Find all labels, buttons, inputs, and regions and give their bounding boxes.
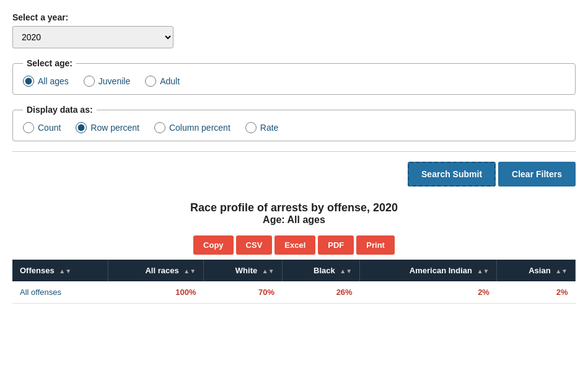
cell-asian: 2% bbox=[497, 281, 576, 304]
display-radio-column-percent[interactable] bbox=[154, 122, 165, 133]
copy-button[interactable]: Copy bbox=[193, 235, 234, 255]
export-row: Copy CSV Excel PDF Print bbox=[12, 235, 576, 255]
report-title-line2: Age: All ages bbox=[12, 214, 576, 226]
sort-american-indian-icon[interactable]: ▲▼ bbox=[477, 268, 489, 275]
age-option-all-ages[interactable]: All ages bbox=[23, 76, 69, 87]
age-radio-all-ages[interactable] bbox=[23, 76, 34, 87]
col-header-offenses[interactable]: Offenses ▲▼ bbox=[12, 260, 108, 281]
clear-filters-button[interactable]: Clear Filters bbox=[498, 162, 576, 187]
display-label-row-percent: Row percent bbox=[90, 123, 139, 133]
excel-button[interactable]: Excel bbox=[274, 235, 315, 255]
data-table: Offenses ▲▼ All races ▲▼ White ▲▼ Black … bbox=[12, 260, 576, 304]
age-radio-group: All ages Juvenile Adult bbox=[23, 76, 565, 87]
display-label-column-percent: Column percent bbox=[169, 123, 230, 133]
display-radio-group: Count Row percent Column percent Rate bbox=[23, 122, 565, 133]
col-header-asian[interactable]: Asian ▲▼ bbox=[497, 260, 576, 281]
col-header-white[interactable]: White ▲▼ bbox=[204, 260, 283, 281]
report-title: Race profile of arrests by offense, 2020… bbox=[12, 201, 576, 226]
sort-white-icon[interactable]: ▲▼ bbox=[262, 268, 274, 275]
age-label-all-ages: All ages bbox=[38, 76, 69, 86]
display-option-column-percent[interactable]: Column percent bbox=[154, 122, 230, 133]
sort-black-icon[interactable]: ▲▼ bbox=[340, 268, 352, 275]
display-fieldset: Display data as: Count Row percent Colum… bbox=[12, 105, 576, 141]
cell-white: 70% bbox=[204, 281, 283, 304]
age-label-juvenile: Juvenile bbox=[99, 76, 130, 86]
display-legend: Display data as: bbox=[23, 105, 97, 115]
display-radio-rate[interactable] bbox=[245, 122, 257, 133]
col-header-all-races[interactable]: All races ▲▼ bbox=[108, 260, 204, 281]
age-option-adult[interactable]: Adult bbox=[145, 76, 180, 87]
csv-button[interactable]: CSV bbox=[236, 235, 273, 255]
year-section: Select a year: 2020 2019 2018 2017 2016 bbox=[12, 12, 576, 48]
display-option-rate[interactable]: Rate bbox=[245, 122, 279, 133]
sort-asian-icon[interactable]: ▲▼ bbox=[555, 268, 568, 275]
display-label-rate: Rate bbox=[260, 123, 279, 133]
display-option-row-percent[interactable]: Row percent bbox=[76, 122, 139, 133]
cell-all-races: 100% bbox=[108, 281, 204, 304]
report-title-line1: Race profile of arrests by offense, 2020 bbox=[12, 201, 576, 214]
cell-offense: All offenses bbox=[12, 281, 108, 304]
print-button[interactable]: Print bbox=[356, 235, 395, 255]
age-label-adult: Adult bbox=[160, 76, 180, 86]
pdf-button[interactable]: PDF bbox=[318, 235, 354, 255]
search-submit-button[interactable]: Search Submit bbox=[408, 162, 496, 187]
table-row: All offenses 100% 70% 26% 2% 2% bbox=[12, 281, 576, 304]
divider bbox=[12, 151, 576, 152]
display-label-count: Count bbox=[38, 123, 61, 133]
display-radio-count[interactable] bbox=[23, 122, 34, 133]
page-container: Select a year: 2020 2019 2018 2017 2016 … bbox=[0, 0, 588, 316]
display-option-count[interactable]: Count bbox=[23, 122, 61, 133]
age-legend: Select age: bbox=[23, 58, 76, 68]
col-header-black[interactable]: Black ▲▼ bbox=[282, 260, 360, 281]
cell-american-indian: 2% bbox=[360, 281, 497, 304]
sort-all-races-icon[interactable]: ▲▼ bbox=[183, 268, 196, 275]
age-radio-juvenile[interactable] bbox=[84, 76, 95, 87]
table-header-row: Offenses ▲▼ All races ▲▼ White ▲▼ Black … bbox=[12, 260, 576, 281]
year-select[interactable]: 2020 2019 2018 2017 2016 bbox=[12, 26, 173, 48]
cell-black: 26% bbox=[282, 281, 360, 304]
year-label: Select a year: bbox=[12, 12, 576, 22]
age-radio-adult[interactable] bbox=[145, 76, 156, 87]
age-fieldset: Select age: All ages Juvenile Adult bbox=[12, 58, 576, 95]
button-row: Search Submit Clear Filters bbox=[12, 162, 576, 187]
sort-offenses-icon[interactable]: ▲▼ bbox=[59, 268, 71, 275]
col-header-american-indian[interactable]: American Indian ▲▼ bbox=[360, 260, 497, 281]
display-radio-row-percent[interactable] bbox=[76, 122, 87, 133]
age-option-juvenile[interactable]: Juvenile bbox=[84, 76, 130, 87]
